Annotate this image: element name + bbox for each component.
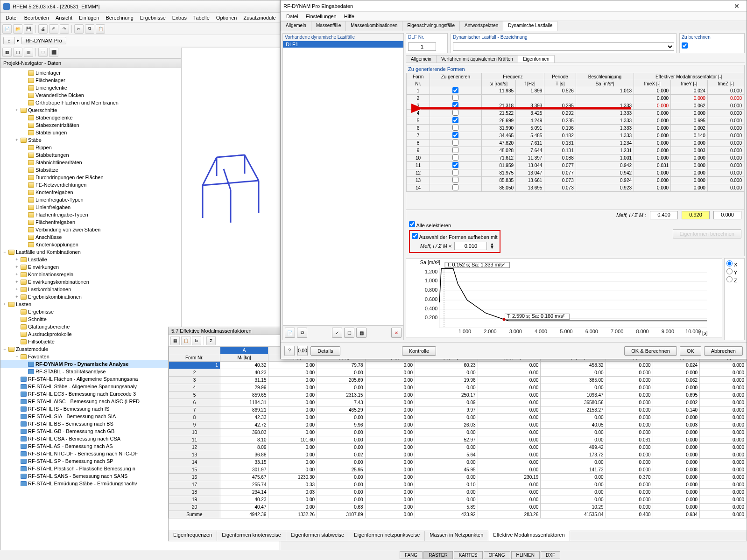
- tb-undo[interactable]: ↶: [49, 24, 58, 34]
- toolbar-1[interactable]: 📄 📂 💾 🖨 ↶ ↷ ✂ ⧉ 📋: [0, 23, 280, 35]
- calc-eigenforms-button[interactable]: Eigenformen berechnen: [673, 229, 741, 238]
- meff-threshold-input[interactable]: [454, 242, 487, 250]
- dlg-menu-datei[interactable]: Datei: [282, 14, 302, 19]
- dlg-menu-hilfe[interactable]: Hilfe: [340, 14, 358, 19]
- eigenforms-table[interactable]: FormZu generierenFrequenzPeriodeBeschleu…: [406, 73, 744, 192]
- dlg-tab[interactable]: Massenfälle: [311, 21, 346, 31]
- menu-ergebnisse[interactable]: Ergebnisse: [137, 15, 169, 21]
- snap-kartes[interactable]: KARTES: [454, 551, 483, 559]
- menu-einfügen[interactable]: Einfügen: [76, 15, 102, 21]
- deselect-checkbox[interactable]: [412, 233, 418, 239]
- grid-tab[interactable]: Eigenformen netzpunktweise: [349, 531, 425, 541]
- axis-radio-group[interactable]: X Y Z: [725, 259, 744, 285]
- gtb-2[interactable]: 📋: [181, 336, 190, 345]
- dlf-nr-input[interactable]: [408, 42, 436, 51]
- bc-module[interactable]: RF-DYNAM Pro: [21, 37, 66, 44]
- grid-tab[interactable]: Eigenformen stabweise: [286, 531, 349, 541]
- main-titlebar: RFEM 5.28.03 x64 - [220531_EffMM*]: [0, 0, 280, 13]
- dlf-check-icon[interactable]: ✓: [332, 328, 342, 338]
- axis-x-radio[interactable]: [726, 260, 733, 266]
- axis-y-radio[interactable]: [726, 268, 733, 274]
- svg-line-10: [224, 169, 231, 190]
- dlg-tab[interactable]: Antwortspektren: [459, 21, 503, 31]
- tb-paste[interactable]: 📋: [96, 24, 105, 34]
- dlf-bez-select[interactable]: [453, 42, 674, 51]
- main-menubar[interactable]: DateiBearbeitenAnsichtEinfügenBerechnung…: [0, 13, 280, 23]
- dlf-new-icon[interactable]: 📄: [285, 328, 295, 338]
- dlf-all-icon[interactable]: ▦: [356, 328, 366, 338]
- dlg-tab[interactable]: Eigenschwingungsfälle: [402, 21, 460, 31]
- snap-hlinien[interactable]: HLINIEN: [511, 551, 540, 559]
- dialog-tabs[interactable]: AllgemeinMassenfälleMassenkombinationenE…: [281, 21, 747, 31]
- dlf-copy-icon[interactable]: ⧉: [297, 328, 307, 338]
- grid-tabs[interactable]: EigenfrequenzenEigenformen knotenweiseEi…: [169, 531, 747, 541]
- tb-mode2[interactable]: ◫: [13, 48, 22, 57]
- tb-view2[interactable]: ⬛: [49, 48, 58, 57]
- units-icon[interactable]: 0.00: [297, 346, 308, 356]
- snap-raster[interactable]: RASTER: [423, 551, 453, 559]
- menu-ansicht[interactable]: Ansicht: [52, 15, 76, 21]
- tb-new[interactable]: 📄: [2, 24, 12, 34]
- menu-optionen[interactable]: Optionen: [213, 15, 240, 21]
- menu-zusatzmodule[interactable]: Zusatzmodule: [240, 15, 279, 21]
- grid-tab[interactable]: Eigenfrequenzen: [169, 531, 217, 541]
- menu-berechnung[interactable]: Berechnung: [102, 15, 136, 21]
- dlf-delete-icon[interactable]: ✕: [391, 328, 402, 338]
- dlg-menu-einstellungen[interactable]: Einstellungen: [302, 14, 340, 19]
- dlf-item[interactable]: DLF1: [283, 41, 403, 48]
- spectrum-chart[interactable]: Sa [m/s²] T [s] 0.2000.4000.6000.8001.00…: [406, 258, 722, 337]
- stepper-icon[interactable]: ▲▼: [490, 243, 494, 249]
- snap-dxf[interactable]: DXF: [541, 551, 560, 559]
- dialog-menubar[interactable]: DateiEinstellungenHilfe: [281, 12, 747, 21]
- snap-fang[interactable]: FANG: [400, 551, 423, 559]
- tb-cut[interactable]: ✂: [74, 24, 84, 34]
- svg-text:1.200: 1.200: [425, 269, 437, 274]
- dlf-subtabs[interactable]: AllgemeinVerfahren mit äquivalenten Kräf…: [406, 55, 745, 63]
- dlg-tab[interactable]: Massenkombinationen: [345, 21, 402, 31]
- subtab[interactable]: Verfahren mit äquivalenten Kräften: [436, 55, 518, 63]
- kontrolle-button[interactable]: Kontrolle: [402, 346, 436, 356]
- all-select-label[interactable]: Alle selektieren: [409, 223, 451, 228]
- dlf-uncheck-icon[interactable]: ☐: [344, 328, 354, 338]
- tb-mode3[interactable]: ▥: [24, 48, 33, 57]
- calc-checkbox[interactable]: [682, 42, 688, 49]
- bc-home[interactable]: ⌂: [3, 37, 15, 44]
- help-icon[interactable]: ?: [284, 346, 295, 356]
- gtb-3[interactable]: fx: [192, 336, 201, 345]
- menu-extras[interactable]: Extras: [169, 15, 190, 21]
- dlg-tab[interactable]: Dynamische Lastfälle: [503, 21, 557, 31]
- subtab[interactable]: Allgemein: [406, 55, 437, 63]
- snap-ofang[interactable]: OFANG: [484, 551, 510, 559]
- deselect-label[interactable]: Auswahl der Formen aufheben mit: [412, 234, 498, 240]
- details-button[interactable]: Details: [310, 346, 340, 356]
- close-icon[interactable]: ✕: [730, 2, 744, 10]
- model-viewport[interactable]: [181, 48, 280, 328]
- dlf-list[interactable]: DLF1: [283, 41, 403, 325]
- gtb-4[interactable]: Σ: [206, 336, 216, 345]
- tb-print[interactable]: 🖨: [38, 24, 48, 34]
- menu-tabelle[interactable]: Tabelle: [190, 15, 213, 21]
- grid-scroll[interactable]: ABCDEFGHIJForm Nr.Mᵢ [kg]mₑₓ [kg]mₑᵧ [kg…: [169, 346, 747, 531]
- menu-datei[interactable]: Datei: [2, 15, 21, 21]
- modal-mass-table[interactable]: ABCDEFGHIJForm Nr.Mᵢ [kg]mₑₓ [kg]mₑᵧ [kg…: [169, 346, 747, 518]
- gtb-1[interactable]: ▦: [170, 336, 180, 345]
- grid-tab[interactable]: Eigenformen knotenweise: [217, 531, 286, 541]
- menu-bearbeiten[interactable]: Bearbeiten: [21, 15, 52, 21]
- grid-tab[interactable]: Effektive Modalmassenfaktoren: [488, 531, 570, 541]
- subtab[interactable]: Eigenformen: [518, 55, 555, 63]
- ok-calc-button[interactable]: OK & Berechnen: [624, 346, 677, 356]
- all-select-checkbox[interactable]: [409, 221, 415, 227]
- ok-button[interactable]: OK: [680, 346, 701, 356]
- cancel-button[interactable]: Abbrechen: [704, 346, 743, 356]
- tb-save[interactable]: 💾: [24, 24, 33, 34]
- tb-view1[interactable]: ⬚: [38, 48, 48, 57]
- grid-tab[interactable]: Massen in Netzpunkten: [425, 531, 488, 541]
- axis-z-radio[interactable]: [726, 276, 733, 282]
- tb-open[interactable]: 📂: [13, 24, 22, 34]
- tb-copy[interactable]: ⧉: [85, 24, 94, 34]
- svg-text:5.000: 5.000: [560, 329, 572, 334]
- snap-toggles[interactable]: FANGRASTERKARTESOFANGHLINIENDXF: [399, 551, 560, 559]
- dlg-tab[interactable]: Allgemein: [281, 21, 311, 31]
- tb-mode1[interactable]: ▦: [2, 48, 12, 57]
- tb-redo[interactable]: ↷: [60, 24, 69, 34]
